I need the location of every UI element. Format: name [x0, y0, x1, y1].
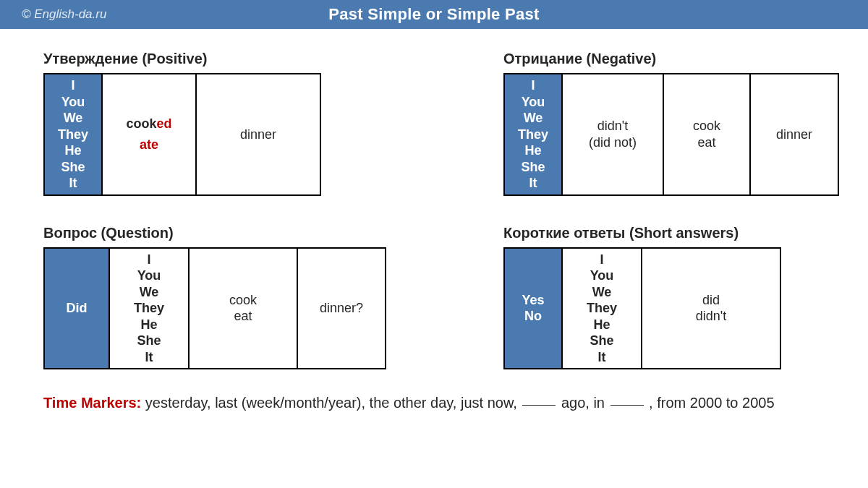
question-obj: dinner? — [320, 300, 363, 317]
block-positive: Утверждение (Positive) I You We They He … — [43, 51, 321, 196]
positive-obj-cell: dinner — [197, 74, 320, 194]
blank-1 — [522, 405, 556, 406]
negative-aux1: didn't — [597, 118, 628, 134]
question-aux-cell: Did — [45, 249, 110, 369]
pron-she: She — [61, 159, 85, 176]
pron-you: You — [137, 267, 161, 284]
pron-he: He — [593, 317, 610, 333]
spacer — [365, 51, 460, 196]
pron-they: They — [518, 127, 548, 143]
short-title: Короткие ответы (Short answers) — [503, 225, 781, 241]
positive-verb2: ate — [140, 137, 158, 153]
verb1-suffix: ed — [157, 116, 172, 131]
short-no: No — [524, 308, 542, 325]
pron-he: He — [524, 142, 541, 159]
question-pronouns: I You We They He She It — [110, 249, 190, 369]
content: Утверждение (Positive) I You We They He … — [0, 29, 868, 395]
negative-aux-cell: didn't (did not) — [563, 74, 664, 194]
pron-we: We — [64, 110, 83, 127]
pron-we: We — [592, 284, 612, 301]
pron-you: You — [522, 94, 545, 111]
question-aux: Did — [67, 300, 88, 317]
question-table: Did I You We They He She It cook eat din… — [43, 247, 386, 370]
negative-table: I You We They He She It didn't (did not)… — [503, 73, 839, 196]
negative-obj-cell: dinner — [751, 74, 838, 194]
question-verb2: eat — [234, 308, 252, 325]
question-obj-cell: dinner? — [298, 249, 385, 369]
short-table: Yes No I You We They He She It did didn'… — [503, 247, 781, 370]
question-verb1: cook — [229, 292, 257, 309]
negative-verb1: cook — [693, 118, 720, 134]
pron-it: It — [145, 349, 153, 366]
time-markers: Time Markers: yesterday, last (week/mont… — [0, 395, 868, 411]
pron-we: We — [524, 110, 543, 127]
positive-verb-cell: cooked ate — [103, 74, 197, 194]
time-p3: , from 2000 to 2005 — [649, 395, 774, 411]
site-credit: © English-da.ru — [22, 7, 106, 22]
pron-it: It — [529, 175, 537, 192]
negative-verb2: eat — [697, 134, 715, 151]
blank-2 — [610, 405, 644, 406]
pron-she: She — [137, 333, 161, 349]
negative-pronouns: I You We They He She It — [505, 74, 563, 194]
pron-they: They — [58, 127, 88, 143]
header-bar: © English-da.ru Past Simple or Simple Pa… — [0, 0, 868, 29]
block-short: Короткие ответы (Short answers) Yes No I… — [503, 225, 781, 370]
time-p2: ago, in — [561, 395, 605, 411]
block-question: Вопрос (Question) Did I You We They He S… — [43, 225, 386, 370]
pron-i: I — [600, 252, 603, 268]
short-yes: Yes — [522, 292, 544, 309]
time-p1: yesterday, last (week/month/year), the o… — [145, 395, 517, 411]
pron-you: You — [61, 94, 85, 111]
page-title: Past Simple or Simple Past — [14, 5, 854, 24]
short-didnt: didn't — [696, 308, 726, 325]
pron-they: They — [587, 300, 617, 317]
short-pronouns: I You We They He She It — [563, 249, 642, 369]
question-title: Вопрос (Question) — [43, 225, 386, 241]
negative-title: Отрицание (Negative) — [503, 51, 839, 67]
negative-obj: dinner — [776, 127, 812, 143]
pron-we: We — [140, 284, 159, 301]
short-yesno-cell: Yes No — [505, 249, 563, 369]
negative-aux2: (did not) — [589, 134, 637, 151]
pron-he: He — [64, 142, 81, 159]
positive-title: Утверждение (Positive) — [43, 51, 321, 67]
block-negative: Отрицание (Negative) I You We They He Sh… — [503, 51, 839, 196]
positive-pronouns: I You We They He She It — [45, 74, 103, 194]
pron-i: I — [71, 77, 75, 94]
pron-it: It — [598, 349, 606, 366]
pron-he: He — [140, 317, 157, 333]
pron-they: They — [134, 300, 164, 317]
time-label: Time Markers: — [43, 395, 141, 411]
positive-table: I You We They He She It cooked ate dinne… — [43, 73, 321, 196]
short-did-cell: did didn't — [642, 249, 780, 369]
pron-she: She — [521, 159, 545, 176]
pron-i: I — [147, 252, 150, 268]
verb1-base: cook — [126, 116, 156, 131]
pron-it: It — [69, 175, 77, 192]
pron-she: She — [590, 333, 613, 349]
spacer — [430, 225, 460, 370]
negative-verb-cell: cook eat — [664, 74, 751, 194]
positive-obj: dinner — [240, 127, 276, 143]
pron-you: You — [590, 267, 614, 284]
row-2: Вопрос (Question) Did I You We They He S… — [43, 225, 839, 370]
question-verb-cell: cook eat — [190, 249, 298, 369]
short-did: did — [702, 292, 720, 309]
row-1: Утверждение (Positive) I You We They He … — [43, 51, 839, 196]
pron-i: I — [531, 77, 535, 94]
positive-verb1: cooked — [126, 116, 171, 132]
